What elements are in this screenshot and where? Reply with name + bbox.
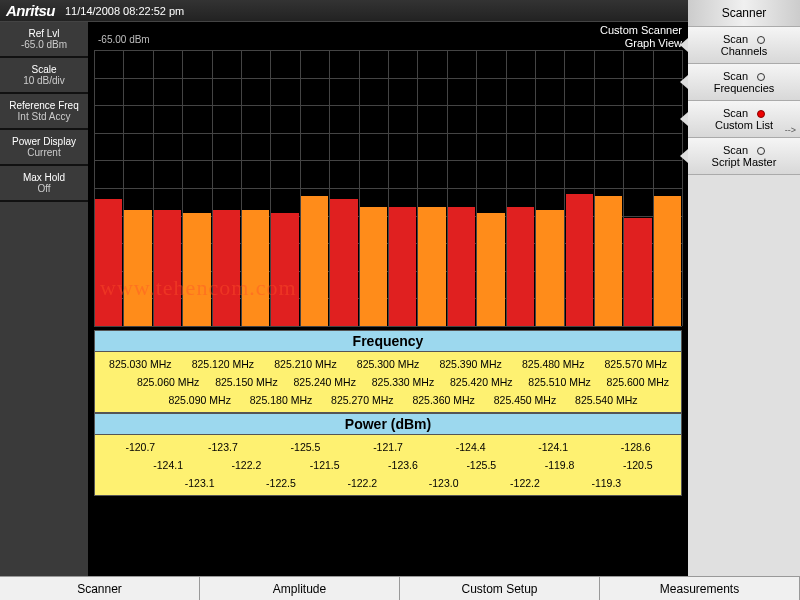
ref-level-label: -65.00 dBm — [98, 34, 150, 45]
frequency-cell: 825.510 MHz — [520, 373, 598, 391]
bar-0 — [94, 50, 123, 326]
right-softkey-frequencies[interactable]: Scan Frequencies — [688, 64, 800, 101]
frequency-cell: 825.270 MHz — [322, 391, 403, 409]
power-cell: -123.0 — [403, 474, 484, 492]
left-softkey-1[interactable]: Scale10 dB/div — [0, 58, 88, 94]
power-cell: -125.5 — [264, 438, 347, 456]
power-cell: -124.4 — [429, 438, 512, 456]
frequency-cell: 825.210 MHz — [264, 355, 347, 373]
frequency-cell: 825.450 MHz — [484, 391, 565, 409]
frequency-cell: 825.030 MHz — [99, 355, 182, 373]
status-dot-icon — [757, 73, 765, 81]
power-cell: -120.7 — [99, 438, 182, 456]
bar-1 — [123, 50, 152, 326]
power-cell: -124.1 — [512, 438, 595, 456]
bar-13 — [476, 50, 505, 326]
submenu-arrow-icon: --> — [785, 125, 796, 135]
power-cell: -123.1 — [159, 474, 240, 492]
power-panel: -120.7-123.7-125.5-121.7-124.4-124.1-128… — [94, 435, 682, 496]
frequency-cell: 825.390 MHz — [429, 355, 512, 373]
frequency-cell: 825.330 MHz — [364, 373, 442, 391]
bar-2 — [153, 50, 182, 326]
frequency-cell: 825.480 MHz — [512, 355, 595, 373]
bottom-softkey-custom-setup[interactable]: Custom Setup — [400, 577, 600, 600]
power-cell: -121.7 — [347, 438, 430, 456]
frequency-cell: 825.360 MHz — [403, 391, 484, 409]
frequency-cell: 825.420 MHz — [442, 373, 520, 391]
power-cell: -124.1 — [129, 456, 207, 474]
bottom-softkey-bar: ScannerAmplitudeCustom SetupMeasurements — [0, 576, 800, 600]
status-dot-icon — [757, 110, 765, 118]
right-softkey-channels[interactable]: Scan Channels — [688, 27, 800, 64]
scanner-bar-chart: -65.00 dBm — [94, 50, 682, 326]
frequency-cell: 825.120 MHz — [182, 355, 265, 373]
bar-3 — [182, 50, 211, 326]
power-cell: -122.2 — [322, 474, 403, 492]
bottom-softkey-measurements[interactable]: Measurements — [600, 577, 800, 600]
bar-9 — [359, 50, 388, 326]
bar-12 — [447, 50, 476, 326]
bar-11 — [417, 50, 446, 326]
right-softkey-script-master[interactable]: Scan Script Master — [688, 138, 800, 175]
left-softkey-4[interactable]: Max HoldOff — [0, 166, 88, 202]
bar-8 — [329, 50, 358, 326]
frequency-panel: 825.030 MHz825.120 MHz825.210 MHz825.300… — [94, 352, 682, 413]
bar-7 — [300, 50, 329, 326]
bar-16 — [565, 50, 594, 326]
bar-10 — [388, 50, 417, 326]
left-softkey-2[interactable]: Reference FreqInt Std Accy — [0, 94, 88, 130]
frequency-cell: 825.090 MHz — [159, 391, 240, 409]
status-dot-icon — [757, 147, 765, 155]
power-cell: -119.8 — [520, 456, 598, 474]
bar-6 — [270, 50, 299, 326]
right-softkey-custom-list[interactable]: Scan Custom List--> — [688, 101, 800, 138]
power-cell: -122.2 — [484, 474, 565, 492]
frequency-cell: 825.540 MHz — [566, 391, 647, 409]
power-cell: -119.3 — [566, 474, 647, 492]
power-cell: -128.6 — [594, 438, 677, 456]
frequency-panel-title: Frequency — [94, 330, 682, 352]
power-cell: -122.2 — [207, 456, 285, 474]
left-softkey-0[interactable]: Ref Lvl-65.0 dBm — [0, 22, 88, 58]
frequency-cell: 825.240 MHz — [286, 373, 364, 391]
frequency-cell: 825.180 MHz — [240, 391, 321, 409]
bottom-softkey-amplitude[interactable]: Amplitude — [200, 577, 400, 600]
power-cell: -125.5 — [442, 456, 520, 474]
power-cell: -123.7 — [182, 438, 265, 456]
mode-label: Custom Scanner Graph View — [600, 24, 682, 50]
bottom-softkey-scanner[interactable]: Scanner — [0, 577, 200, 600]
status-dot-icon — [757, 36, 765, 44]
bar-5 — [241, 50, 270, 326]
bar-15 — [535, 50, 564, 326]
bar-14 — [506, 50, 535, 326]
frequency-cell: 825.570 MHz — [594, 355, 677, 373]
frequency-cell: 825.300 MHz — [347, 355, 430, 373]
right-menu-title: Scanner — [688, 0, 800, 27]
power-cell: -123.6 — [364, 456, 442, 474]
bar-19 — [653, 50, 682, 326]
bar-18 — [623, 50, 652, 326]
frequency-cell: 825.150 MHz — [207, 373, 285, 391]
power-cell: -121.5 — [286, 456, 364, 474]
power-cell: -120.5 — [599, 456, 677, 474]
brand-logo: Anritsu — [6, 2, 55, 19]
power-panel-title: Power (dBm) — [94, 413, 682, 435]
bar-4 — [212, 50, 241, 326]
frequency-cell: 825.060 MHz — [129, 373, 207, 391]
header-bar: Anritsu 11/14/2008 08:22:52 pm Remote — [0, 0, 800, 22]
left-softkey-menu: Ref Lvl-65.0 dBmScale10 dB/divReference … — [0, 22, 88, 576]
datetime-label: 11/14/2008 08:22:52 pm — [65, 5, 184, 17]
left-softkey-3[interactable]: Power DisplayCurrent — [0, 130, 88, 166]
frequency-cell: 825.600 MHz — [599, 373, 677, 391]
bar-17 — [594, 50, 623, 326]
right-softkey-menu: Scanner Scan ChannelsScan FrequenciesSca… — [688, 0, 800, 600]
power-cell: -122.5 — [240, 474, 321, 492]
